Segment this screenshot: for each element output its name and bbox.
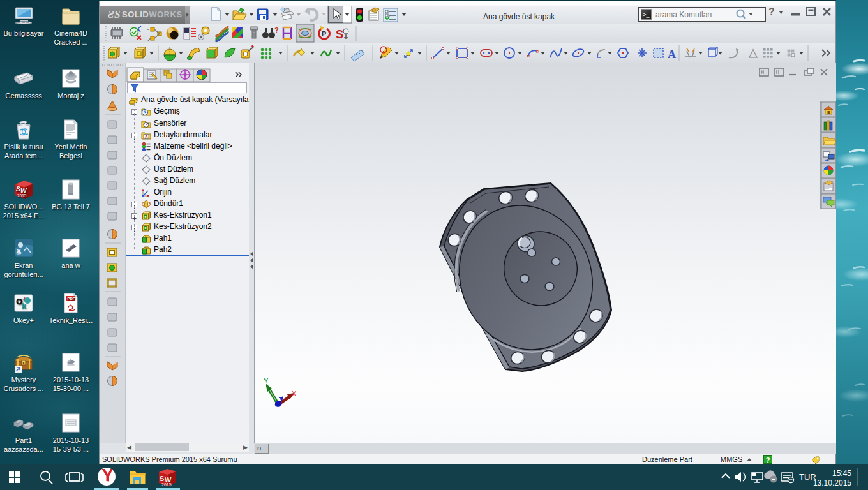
svg-text:A: A xyxy=(145,134,149,140)
svg-text:S: S xyxy=(160,475,164,482)
svg-text:15:45: 15:45 xyxy=(832,469,851,478)
svg-text:P: P xyxy=(322,30,326,38)
svg-text:PDF: PDF xyxy=(68,297,75,301)
svg-text:2015: 2015 xyxy=(17,193,27,198)
svg-text:2015: 2015 xyxy=(161,482,172,487)
svg-text:Y: Y xyxy=(264,377,269,385)
svg-text:S: S xyxy=(336,28,343,41)
svg-text:A: A xyxy=(668,48,676,61)
svg-text:?: ? xyxy=(274,26,279,34)
svg-text:S: S xyxy=(16,186,20,193)
svg-text:13.10.2015: 13.10.2015 xyxy=(813,479,851,487)
svg-text:k: k xyxy=(22,302,26,311)
